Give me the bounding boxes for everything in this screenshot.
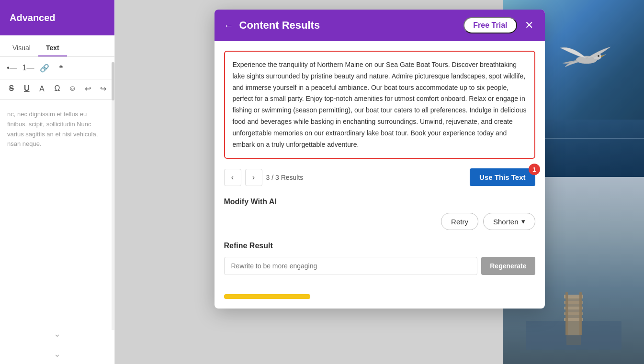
- underline-icon: U: [24, 84, 30, 93]
- refine-row: Regenerate: [224, 257, 535, 275]
- chevron-down-icon2[interactable]: ⌄: [5, 349, 110, 359]
- next-page-button[interactable]: ›: [245, 169, 262, 186]
- omega-icon: Ω: [55, 84, 60, 93]
- toolbar-row1: •— 1— 🔗 ❝: [0, 57, 114, 79]
- scrollbar-track: [112, 62, 114, 330]
- free-trial-badge[interactable]: Free Trial: [463, 17, 517, 33]
- yellow-progress-bar: [224, 294, 310, 299]
- tabs-row: Visual Text: [0, 35, 114, 57]
- tab-visual[interactable]: Visual: [5, 40, 38, 56]
- content-text-area: Experience the tranquility of Northern M…: [224, 51, 535, 159]
- sidebar-footer: ⌄ ⌄: [0, 324, 114, 364]
- sidebar-header: Advanced: [0, 0, 114, 35]
- modal-title: Content Results: [239, 19, 458, 32]
- shorten-arrow-icon: ▾: [521, 217, 525, 226]
- tab-text[interactable]: Text: [38, 40, 67, 56]
- quote-btn[interactable]: ❝: [54, 61, 68, 75]
- retry-button[interactable]: Retry: [441, 213, 478, 230]
- refine-result-section: Refine Result Regenerate: [224, 242, 535, 275]
- underline-btn[interactable]: U: [20, 81, 34, 96]
- shorten-button[interactable]: Shorten ▾: [483, 213, 535, 230]
- use-text-wrapper: Use This Text 1: [470, 168, 535, 186]
- close-button[interactable]: ✕: [523, 19, 535, 32]
- scrollbar-thumb[interactable]: [112, 62, 114, 100]
- modify-title: Modify With AI: [224, 198, 535, 206]
- undo-btn[interactable]: ↩: [81, 81, 94, 96]
- unordered-list-btn[interactable]: •—: [5, 61, 19, 75]
- modify-with-ai-section: Modify With AI Retry Shorten ▾: [224, 198, 535, 230]
- refine-title: Refine Result: [224, 242, 535, 250]
- prev-page-button[interactable]: ‹: [224, 169, 241, 186]
- next-icon: ›: [252, 173, 255, 182]
- font-color-btn[interactable]: A̲: [35, 81, 49, 96]
- modal-overlay: ← Content Results Free Trial ✕ Experienc…: [115, 0, 644, 364]
- emoji-icon: ☺: [68, 84, 76, 93]
- sidebar-title: Advanced: [10, 12, 56, 23]
- modal-header: ← Content Results Free Trial ✕: [215, 10, 545, 41]
- modal-body: Experience the tranquility of Northern M…: [215, 41, 545, 292]
- redo-icon: ↪: [100, 84, 106, 93]
- use-this-text-button[interactable]: Use This Text: [470, 168, 535, 186]
- strikethrough-btn[interactable]: S: [5, 81, 18, 96]
- modal-bottom: [215, 294, 545, 309]
- list-ordered-icon: 1—: [23, 64, 34, 72]
- omega-btn[interactable]: Ω: [51, 81, 64, 96]
- content-results-modal: ← Content Results Free Trial ✕ Experienc…: [215, 10, 545, 309]
- content-text: Experience the tranquility of Northern M…: [233, 59, 527, 150]
- pagination-buttons: ‹ › 3 / 3 Results: [224, 169, 304, 186]
- main-area: ← Content Results Free Trial ✕ Experienc…: [115, 0, 644, 364]
- pagination-row: ‹ › 3 / 3 Results Use This Text 1: [224, 166, 535, 188]
- quote-icon: ❝: [59, 64, 63, 73]
- back-arrow-icon[interactable]: ←: [224, 20, 234, 31]
- chevron-down-icon1[interactable]: ⌄: [5, 329, 110, 339]
- pagination-info: 3 / 3 Results: [266, 174, 304, 181]
- sidebar-body-text: nc, nec dignissim et tellus eu finibus. …: [7, 110, 107, 149]
- refine-input[interactable]: [224, 257, 478, 275]
- regenerate-button[interactable]: Regenerate: [481, 257, 535, 275]
- sidebar-content: nc, nec dignissim et tellus eu finibus. …: [0, 100, 114, 324]
- link-icon: 🔗: [40, 64, 49, 73]
- font-color-icon: A̲: [39, 84, 45, 93]
- emoji-btn[interactable]: ☺: [66, 81, 79, 96]
- undo-icon: ↩: [85, 84, 91, 93]
- link-btn[interactable]: 🔗: [37, 61, 52, 75]
- redo-btn[interactable]: ↪: [96, 81, 110, 96]
- ordered-list-btn[interactable]: 1—: [21, 61, 35, 75]
- strikethrough-icon: S: [9, 84, 14, 93]
- list-unordered-icon: •—: [7, 64, 17, 72]
- sidebar: Advanced Visual Text •— 1— 🔗 ❝ S U A̲ Ω: [0, 0, 115, 364]
- toolbar-row2: S U A̲ Ω ☺ ↩ ↪: [0, 79, 114, 100]
- notification-badge: 1: [529, 164, 540, 175]
- modify-row: Retry Shorten ▾: [224, 213, 535, 230]
- shorten-label: Shorten: [493, 218, 519, 226]
- prev-icon: ‹: [231, 173, 234, 182]
